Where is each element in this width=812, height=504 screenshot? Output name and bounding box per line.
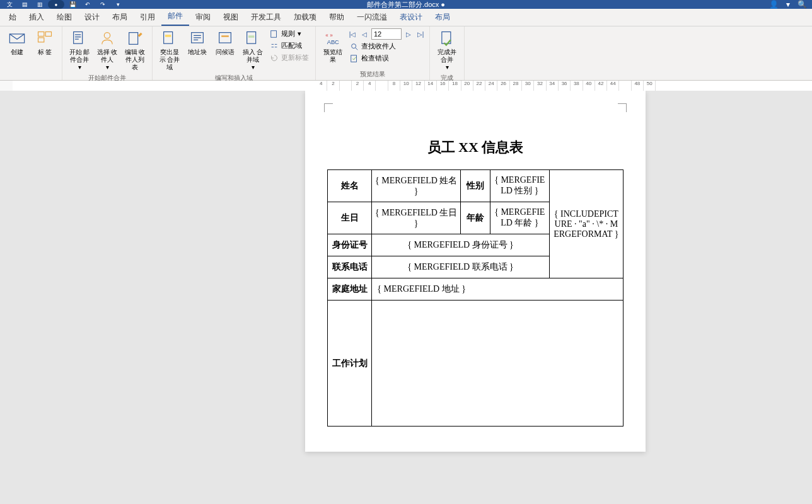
next-record-icon[interactable]: ▷ [403,29,414,39]
group-finish: 完成并合并▾ 完成 [430,26,465,80]
insert-merge-field-button[interactable]: 插入 合并域▾ [240,28,266,72]
ruler[interactable]: 4224810121416182022242628303234363840424… [0,81,812,91]
tab-help[interactable]: 帮助 [323,9,351,26]
search-icon[interactable]: 🔍 [798,0,807,9]
svg-rect-1 [38,32,44,37]
record-navigation: |◁ ◁ ▷ ▷| [347,28,426,40]
prev-record-icon[interactable]: ◁ [359,29,369,39]
check-errors-button[interactable]: 检查错误 [347,53,426,64]
find-recipient-button[interactable]: 查找收件人 [347,41,426,52]
svg-rect-12 [248,35,254,38]
qat-item[interactable]: ▥ [33,0,47,9]
qat-item[interactable]: ▤ [18,0,32,9]
svg-rect-6 [129,33,138,45]
select-recipients-button[interactable]: 选择 收件人▾ [94,28,120,72]
last-record-icon[interactable]: ▷| [415,29,426,39]
titlebar-right: 👤 ▾ 🔍 [769,0,807,9]
quick-access-toolbar: 文 ▤ ▥ ● 💾 ↶ ↷ ▾ [0,0,125,9]
group-preview: « »ABC预览结果 |◁ ◁ ▷ ▷| 查找收件人 检查错误 预览结果 [316,26,430,80]
svg-text:ABC: ABC [327,39,339,45]
tab-layout[interactable]: 布局 [106,9,134,26]
labels-button[interactable]: 标 签 [32,28,58,57]
svg-text:« »: « » [325,33,333,38]
preview-results-button[interactable]: « »ABC预览结果 [320,28,346,65]
group-write-fields: 突出显示 合并域 地址块 问候语 插入 合并域▾ 规则▾ 匹配域 更新标签 编写… [153,26,316,80]
greeting-line-button[interactable]: 问候语 [212,28,238,57]
svg-rect-13 [271,30,277,37]
svg-rect-8 [165,35,171,37]
qat-more-icon[interactable]: ▾ [111,0,125,9]
tab-table-layout[interactable]: 布局 [429,9,456,26]
tab-references[interactable]: 引用 [134,9,161,26]
rules-button[interactable]: 规则▾ [267,28,311,39]
svg-rect-2 [45,32,51,37]
tab-home[interactable]: 始 [3,9,23,26]
edit-recipient-list-button[interactable]: 编辑 收件人列表 [122,28,148,72]
ribbon-content: 创建 标 签 开始 邮件合并▾ 选择 收件人▾ 编辑 收件人列表 开始邮件合并 … [0,26,812,81]
titlebar: 文 ▤ ▥ ● 💾 ↶ ↷ ▾ 邮件合并第二部分.docx ● 👤 ▾ 🔍 [0,0,812,9]
tab-table-design[interactable]: 表设计 [393,9,429,26]
autosave-toggle[interactable]: ● [48,0,64,9]
save-icon[interactable]: 💾 [66,0,79,9]
envelopes-button[interactable]: 创建 [4,28,30,57]
document-title: 邮件合并第二部分.docx ● [367,0,445,9]
tab-addins[interactable]: 加载项 [287,9,323,26]
record-number-input[interactable] [371,28,402,40]
ribbon-options-icon[interactable]: ▾ [786,0,790,9]
svg-rect-17 [351,55,357,62]
tab-draw[interactable]: 绘图 [50,9,78,26]
svg-rect-4 [74,32,83,44]
group-start-merge: 开始 邮件合并▾ 选择 收件人▾ 编辑 收件人列表 开始邮件合并 [62,26,153,80]
group-create: 创建 标 签 [0,26,62,80]
address-block-button[interactable]: 地址块 [184,28,211,57]
start-mail-merge-button[interactable]: 开始 邮件合并▾ [66,28,93,72]
file-tab[interactable]: 文 [3,0,16,9]
tab-insert[interactable]: 插入 [23,9,50,26]
group-label: 预览结果 [320,69,426,80]
update-labels-button[interactable]: 更新标签 [267,52,311,63]
tab-extra[interactable]: 一闪流溢 [351,9,393,26]
svg-rect-10 [219,33,231,43]
undo-icon[interactable]: ↶ [81,0,95,9]
svg-point-5 [104,33,110,38]
user-icon[interactable]: 👤 [769,0,779,9]
svg-rect-7 [164,32,173,44]
redo-icon[interactable]: ↷ [96,0,110,9]
tab-view[interactable]: 视图 [217,9,245,26]
svg-point-16 [352,43,356,48]
tab-developer[interactable]: 开发工具 [245,9,287,26]
first-record-icon[interactable]: |◁ [347,29,357,39]
tab-mailings[interactable]: 邮件 [161,8,189,26]
highlight-merge-fields-button[interactable]: 突出显示 合并域 [156,28,183,72]
ribbon-tabs: 始 插入 绘图 设计 布局 引用 邮件 审阅 视图 开发工具 加载项 帮助 一闪… [0,9,812,26]
match-fields-button[interactable]: 匹配域 [267,40,311,51]
tab-design[interactable]: 设计 [78,9,106,26]
svg-rect-3 [38,38,44,42]
finish-merge-button[interactable]: 完成并合并▾ [434,28,460,72]
tab-review[interactable]: 审阅 [189,9,217,26]
